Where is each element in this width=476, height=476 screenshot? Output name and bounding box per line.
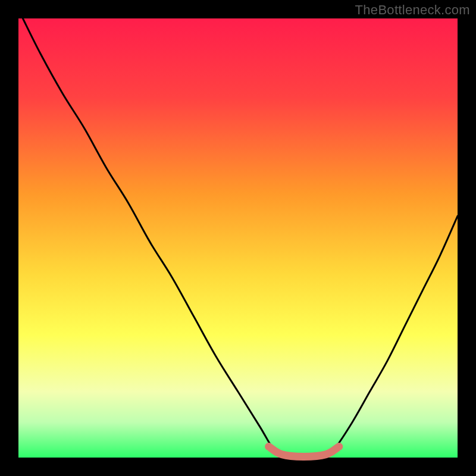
chart-frame: TheBottleneck.com: [0, 0, 476, 476]
watermark-text: TheBottleneck.com: [355, 2, 470, 18]
chart-svg: [0, 0, 476, 476]
